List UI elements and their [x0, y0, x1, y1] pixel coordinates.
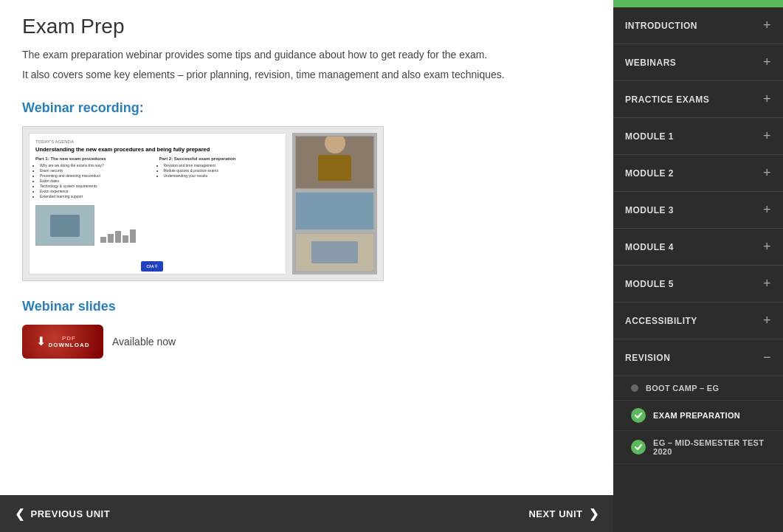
- pdf-label-bottom: DOWNLOAD: [49, 342, 90, 348]
- sidebar-item-revision[interactable]: REVISION−: [613, 339, 783, 376]
- plus-icon: +: [763, 55, 771, 70]
- plus-icon: +: [763, 165, 771, 181]
- sidebar-item-module-5[interactable]: MODULE 5+: [613, 266, 783, 303]
- plus-icon: +: [763, 313, 771, 328]
- plus-icon: +: [763, 202, 771, 218]
- pdf-label-top: PDF: [62, 335, 76, 342]
- next-unit-button[interactable]: NEXT UNIT ❯: [528, 507, 599, 521]
- slide-content: TODAY'S AGENDA Understanding the new exa…: [29, 133, 286, 274]
- subitem-label-mid-semester: EG – MID-SEMESTER TEST 2020: [653, 438, 771, 456]
- sidebar-item-introduction[interactable]: INTRODUCTION+: [613, 7, 783, 44]
- sidebar-item-module-1[interactable]: MODULE 1+: [613, 118, 783, 155]
- available-now-label: Available now: [112, 336, 176, 348]
- subitem-dot-icon: [631, 384, 638, 392]
- small-thumbnails: [295, 192, 374, 272]
- minus-icon: −: [763, 350, 771, 365]
- slide-col2-title: Part 2: Successful exam preparation: [159, 156, 280, 162]
- subitem-label-exam-preparation: EXAM PREPARATION: [653, 411, 740, 420]
- subitem-check-icon: [631, 440, 646, 455]
- prev-arrow-icon: ❮: [15, 507, 25, 521]
- sidebar-item-label-introduction: INTRODUCTION: [625, 21, 697, 31]
- sidebar-item-label-module-1: MODULE 1: [625, 131, 674, 142]
- person-head: [325, 136, 345, 153]
- sidebar-item-accessibility[interactable]: ACCESSIBILITY+: [613, 303, 783, 339]
- subitem-label-boot-camp: BOOT CAMP – EG: [646, 384, 719, 393]
- description-1: The exam preparation webinar provides so…: [22, 47, 591, 63]
- plus-icon: +: [763, 128, 771, 144]
- sidebar-item-label-revision: REVISION: [625, 353, 670, 363]
- pdf-download-button[interactable]: ⬇ PDF DOWNLOAD: [22, 325, 103, 359]
- description-2: It also covers some key elements – prior…: [22, 67, 591, 83]
- sidebar-item-module-2[interactable]: MODULE 2+: [613, 155, 783, 192]
- subitem-check-icon: [631, 408, 646, 423]
- sidebar-item-module-3[interactable]: MODULE 3+: [613, 192, 783, 229]
- previous-unit-button[interactable]: ❮ PREVIOUS UNIT: [15, 507, 110, 521]
- plus-icon: +: [763, 276, 771, 291]
- sidebar-item-label-webinars: WEBINARS: [625, 58, 676, 68]
- webinar-slides-heading: Webinar slides: [22, 299, 591, 314]
- sidebar-subitem-mid-semester[interactable]: EG – MID-SEMESTER TEST 2020: [613, 431, 783, 464]
- plus-icon: +: [763, 18, 771, 33]
- slide-col1-title: Part 1: The new exam procedures: [35, 156, 156, 162]
- webcam-area: [292, 133, 377, 274]
- pdf-text-block: PDF DOWNLOAD: [49, 335, 90, 348]
- page-title: Exam Prep: [22, 15, 591, 38]
- pdf-icon-area: ⬇: [36, 336, 46, 348]
- plus-icon: +: [763, 239, 771, 255]
- sidebar-subitems-revision: BOOT CAMP – EGEXAM PREPARATIONEG – MID-S…: [613, 376, 783, 464]
- sidebar-item-webinars[interactable]: WEBINARS+: [613, 44, 783, 81]
- download-arrow-icon: ⬇: [36, 336, 46, 348]
- pdf-download-section: ⬇ PDF DOWNLOAD Available now: [22, 325, 591, 359]
- small-thumb-2: [295, 233, 374, 272]
- sidebar-item-module-4[interactable]: MODULE 4+: [613, 229, 783, 266]
- webinar-recording-heading: Webinar recording:: [22, 100, 591, 116]
- person-body: [318, 155, 351, 181]
- plus-icon: +: [763, 91, 771, 107]
- sidebar-item-label-module-4: MODULE 4: [625, 242, 674, 252]
- sidebar-items-container: INTRODUCTION+WEBINARS+PRACTICE EXAMS+MOD…: [613, 7, 783, 464]
- bottom-navigation: ❮ PREVIOUS UNIT NEXT UNIT ❯: [0, 495, 613, 532]
- progress-bar-top: [613, 0, 783, 7]
- sidebar-item-practice-exams[interactable]: PRACTICE EXAMS+: [613, 81, 783, 118]
- next-arrow-icon: ❯: [589, 507, 599, 521]
- agenda-label: TODAY'S AGENDA: [35, 139, 280, 144]
- sidebar-item-label-accessibility: ACCESSIBILITY: [625, 316, 697, 326]
- sidebar-subitem-boot-camp[interactable]: BOOT CAMP – EG: [613, 376, 783, 401]
- next-unit-label: NEXT UNIT: [528, 508, 582, 519]
- slide-main-heading: Understanding the new exam procedures an…: [35, 146, 280, 153]
- previous-unit-label: PREVIOUS UNIT: [31, 508, 111, 519]
- small-thumb-1: [295, 192, 374, 230]
- main-content: Exam Prep The exam preparation webinar p…: [0, 0, 613, 532]
- sidebar-item-label-practice-exams: PRACTICE EXAMS: [625, 94, 709, 105]
- video-controls-bar[interactable]: [23, 280, 383, 281]
- webcam-feed: [295, 136, 374, 189]
- sidebar-item-label-module-5: MODULE 5: [625, 279, 674, 289]
- webinar-video-thumbnail[interactable]: TODAY'S AGENDA Understanding the new exa…: [22, 126, 384, 281]
- sidebar-subitem-exam-preparation[interactable]: EXAM PREPARATION: [613, 401, 783, 431]
- sidebar: INTRODUCTION+WEBINARS+PRACTICE EXAMS+MOD…: [613, 0, 783, 532]
- sidebar-item-label-module-3: MODULE 3: [625, 205, 674, 215]
- sidebar-item-label-module-2: MODULE 2: [625, 168, 674, 179]
